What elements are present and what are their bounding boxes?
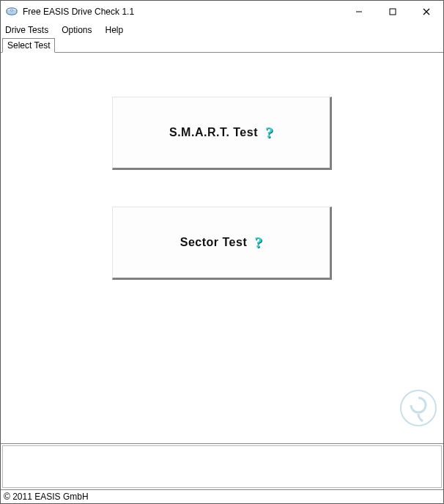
menu-help[interactable]: Help — [104, 24, 125, 36]
copyright-text: © 2011 EASIS GmbH — [4, 492, 89, 502]
menu-options[interactable]: Options — [60, 24, 93, 36]
help-icon: ? — [265, 123, 273, 142]
disk-icon — [5, 5, 18, 18]
smart-test-button[interactable]: S.M.A.R.T. Test ? — [112, 97, 332, 170]
maximize-button[interactable] — [376, 1, 410, 23]
watermark-icon — [398, 388, 439, 429]
smart-test-label: S.M.A.R.T. Test — [169, 126, 258, 139]
tab-select-test[interactable]: Select Test — [2, 38, 55, 53]
help-icon: ? — [254, 233, 262, 252]
main-panel: S.M.A.R.T. Test ? Sector Test ? — [1, 53, 443, 443]
window-title: Free EASIS Drive Check 1.1 — [23, 7, 342, 17]
close-button[interactable] — [410, 1, 443, 23]
svg-rect-3 — [390, 9, 396, 15]
sector-test-label: Sector Test — [180, 236, 247, 249]
tab-strip: Select Test — [1, 37, 443, 52]
title-bar: Free EASIS Drive Check 1.1 — [1, 1, 443, 23]
window-controls — [342, 1, 443, 23]
menu-bar: Drive Tests Options Help — [1, 23, 443, 37]
status-bar: © 2011 EASIS GmbH — [1, 489, 443, 503]
log-textarea[interactable] — [2, 445, 442, 488]
menu-drive-tests[interactable]: Drive Tests — [4, 24, 50, 36]
sector-test-button[interactable]: Sector Test ? — [112, 207, 332, 280]
app-window: Free EASIS Drive Check 1.1 Drive Tests O… — [0, 0, 444, 504]
minimize-button[interactable] — [342, 1, 376, 23]
svg-point-1 — [10, 10, 13, 11]
svg-point-6 — [401, 390, 436, 426]
log-panel — [1, 443, 443, 489]
